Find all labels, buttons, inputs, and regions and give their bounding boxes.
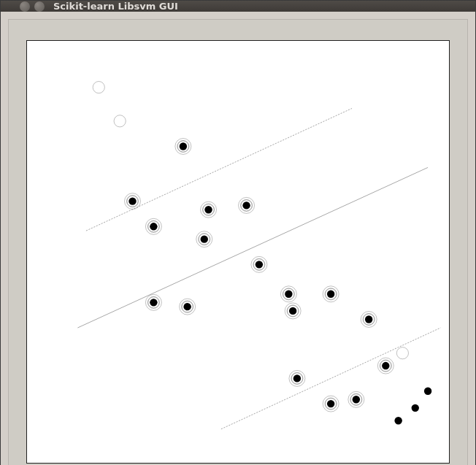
svg-point-33 bbox=[293, 374, 301, 382]
svg-point-28 bbox=[256, 261, 263, 268]
window-maximize-button[interactable] bbox=[34, 1, 45, 12]
svg-point-1 bbox=[114, 115, 126, 127]
window-minimize-button[interactable] bbox=[20, 1, 30, 12]
svg-point-35 bbox=[353, 396, 360, 403]
plot-canvas[interactable] bbox=[26, 40, 450, 464]
window-controls bbox=[5, 1, 45, 12]
svg-point-37 bbox=[394, 417, 402, 424]
svg-point-24 bbox=[204, 206, 212, 213]
content-area: Linear: uT v RBF: exp(−γ|u−v|2 ) Poly: (… bbox=[1, 12, 475, 465]
window-title: Scikit-learn Libsvm GUI bbox=[53, 1, 178, 12]
svg-point-39 bbox=[424, 388, 431, 395]
decision-boundary bbox=[77, 167, 428, 328]
svg-point-38 bbox=[412, 404, 419, 412]
app-window: Scikit-learn Libsvm GUI Linear: uT v RBF… bbox=[0, 0, 476, 465]
svg-point-34 bbox=[382, 362, 389, 369]
svg-point-19 bbox=[396, 347, 408, 359]
window-close-button[interactable] bbox=[5, 1, 15, 12]
svg-point-23 bbox=[201, 235, 208, 242]
svg-point-30 bbox=[289, 307, 296, 315]
svg-point-31 bbox=[327, 291, 334, 298]
svg-point-20 bbox=[180, 142, 187, 150]
margin-lower bbox=[221, 328, 441, 429]
margin-upper bbox=[86, 108, 352, 231]
svg-point-36 bbox=[327, 400, 334, 407]
svg-point-22 bbox=[150, 223, 157, 230]
svg-point-21 bbox=[128, 197, 136, 204]
svg-point-32 bbox=[365, 315, 372, 323]
plot-frame: Linear: uT v RBF: exp(−γ|u−v|2 ) Poly: (… bbox=[8, 19, 468, 465]
svg-point-0 bbox=[93, 81, 104, 93]
svg-point-29 bbox=[285, 291, 292, 298]
svg-point-26 bbox=[150, 299, 157, 306]
title-bar[interactable]: Scikit-learn Libsvm GUI bbox=[1, 1, 475, 12]
svg-point-25 bbox=[242, 201, 250, 209]
svg-point-27 bbox=[183, 303, 191, 310]
